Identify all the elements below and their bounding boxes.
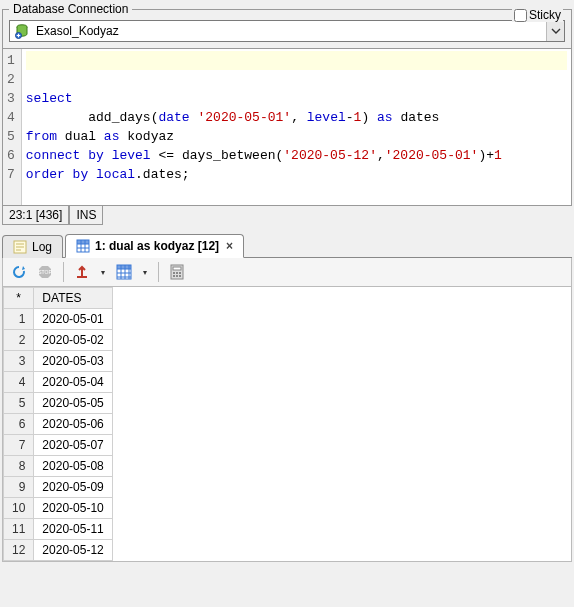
result-toolbar: STOP ▾ ▾ xyxy=(2,258,572,287)
result-tabs: Log 1: dual as kodyaz [12] × xyxy=(2,233,572,258)
svg-rect-12 xyxy=(173,272,175,274)
cell[interactable]: 2020-05-04 xyxy=(34,372,112,393)
cell[interactable]: 2020-05-07 xyxy=(34,435,112,456)
table-row[interactable]: 22020-05-02 xyxy=(4,330,113,351)
svg-rect-14 xyxy=(179,272,181,274)
database-icon xyxy=(14,23,30,39)
table-row[interactable]: 92020-05-09 xyxy=(4,477,113,498)
tab-result-label: 1: dual as kodyaz [12] xyxy=(95,239,219,253)
code-line: add_days(date '2020-05-01', level-1) as … xyxy=(26,110,440,125)
table-row[interactable]: 102020-05-10 xyxy=(4,498,113,519)
corner-header[interactable]: * xyxy=(4,288,34,309)
code-line xyxy=(26,51,567,70)
cell[interactable]: 2020-05-12 xyxy=(34,540,112,561)
svg-rect-17 xyxy=(179,275,181,277)
table-row[interactable]: 12020-05-01 xyxy=(4,309,113,330)
close-icon[interactable]: × xyxy=(226,239,233,253)
row-number: 3 xyxy=(4,351,34,372)
row-number: 2 xyxy=(4,330,34,351)
code-line xyxy=(26,186,34,201)
table-row[interactable]: 122020-05-12 xyxy=(4,540,113,561)
sql-editor[interactable]: 1234567 select add_days(date '2020-05-01… xyxy=(2,49,572,206)
code-line: select xyxy=(26,91,73,106)
tab-result[interactable]: 1: dual as kodyaz [12] × xyxy=(65,234,244,258)
svg-rect-11 xyxy=(173,267,181,270)
cell[interactable]: 2020-05-06 xyxy=(34,414,112,435)
tab-log[interactable]: Log xyxy=(2,235,63,258)
row-number: 1 xyxy=(4,309,34,330)
log-icon xyxy=(13,240,27,254)
table-row[interactable]: 112020-05-11 xyxy=(4,519,113,540)
row-number: 5 xyxy=(4,393,34,414)
table-row[interactable]: 62020-05-06 xyxy=(4,414,113,435)
code-line: from dual as kodyaz xyxy=(26,129,174,144)
svg-rect-7 xyxy=(77,276,87,278)
row-number: 6 xyxy=(4,414,34,435)
cell[interactable]: 2020-05-02 xyxy=(34,330,112,351)
svg-rect-15 xyxy=(173,275,175,277)
connection-name: Exasol_Kodyaz xyxy=(34,22,546,40)
table-row[interactable]: 52020-05-05 xyxy=(4,393,113,414)
table-icon xyxy=(76,239,90,253)
column-header[interactable]: DATES xyxy=(34,288,112,309)
svg-rect-4 xyxy=(77,240,89,244)
result-grid: *DATES12020-05-0122020-05-0232020-05-034… xyxy=(2,287,572,562)
grid-dropdown[interactable]: ▾ xyxy=(140,262,150,282)
row-number: 7 xyxy=(4,435,34,456)
cell[interactable]: 2020-05-11 xyxy=(34,519,112,540)
table-row[interactable]: 42020-05-04 xyxy=(4,372,113,393)
table-row[interactable]: 82020-05-08 xyxy=(4,456,113,477)
editor-statusbar: 23:1 [436] INS xyxy=(2,206,572,225)
cell[interactable]: 2020-05-03 xyxy=(34,351,112,372)
chevron-down-icon[interactable] xyxy=(546,21,564,41)
code-line: connect by level <= days_between('2020-0… xyxy=(26,148,502,163)
refresh-button[interactable] xyxy=(9,262,29,282)
toolbar-separator xyxy=(63,262,64,282)
editor-code[interactable]: select add_days(date '2020-05-01', level… xyxy=(22,49,571,205)
grid-view-button[interactable] xyxy=(114,262,134,282)
toolbar-separator-2 xyxy=(158,262,159,282)
stop-button[interactable]: STOP xyxy=(35,262,55,282)
connection-dropdown[interactable]: Exasol_Kodyaz xyxy=(9,20,565,42)
table-row[interactable]: 32020-05-03 xyxy=(4,351,113,372)
cell[interactable]: 2020-05-09 xyxy=(34,477,112,498)
cell[interactable]: 2020-05-08 xyxy=(34,456,112,477)
result-table[interactable]: *DATES12020-05-0122020-05-0232020-05-034… xyxy=(3,287,113,561)
cell[interactable]: 2020-05-01 xyxy=(34,309,112,330)
table-row[interactable]: 72020-05-07 xyxy=(4,435,113,456)
row-number: 12 xyxy=(4,540,34,561)
insert-mode: INS xyxy=(69,206,103,225)
editor-gutter: 1234567 xyxy=(3,49,22,205)
svg-text:STOP: STOP xyxy=(38,269,52,275)
row-number: 9 xyxy=(4,477,34,498)
database-connection-legend: Database Connection xyxy=(9,2,132,16)
database-connection-group: Database Connection Sticky Exasol_Kodyaz xyxy=(2,2,572,49)
row-number: 4 xyxy=(4,372,34,393)
cell[interactable]: 2020-05-10 xyxy=(34,498,112,519)
svg-rect-9 xyxy=(117,265,131,269)
svg-rect-16 xyxy=(176,275,178,277)
svg-rect-13 xyxy=(176,272,178,274)
sticky-checkbox[interactable] xyxy=(514,9,527,22)
tab-log-label: Log xyxy=(32,240,52,254)
export-button[interactable] xyxy=(72,262,92,282)
row-number: 11 xyxy=(4,519,34,540)
cell[interactable]: 2020-05-05 xyxy=(34,393,112,414)
export-dropdown[interactable]: ▾ xyxy=(98,262,108,282)
row-number: 10 xyxy=(4,498,34,519)
code-line: order by local.dates; xyxy=(26,167,190,182)
sticky-option: Sticky xyxy=(512,8,563,22)
sticky-label: Sticky xyxy=(529,8,561,22)
row-number: 8 xyxy=(4,456,34,477)
calculator-button[interactable] xyxy=(167,262,187,282)
cursor-position: 23:1 [436] xyxy=(2,206,69,225)
